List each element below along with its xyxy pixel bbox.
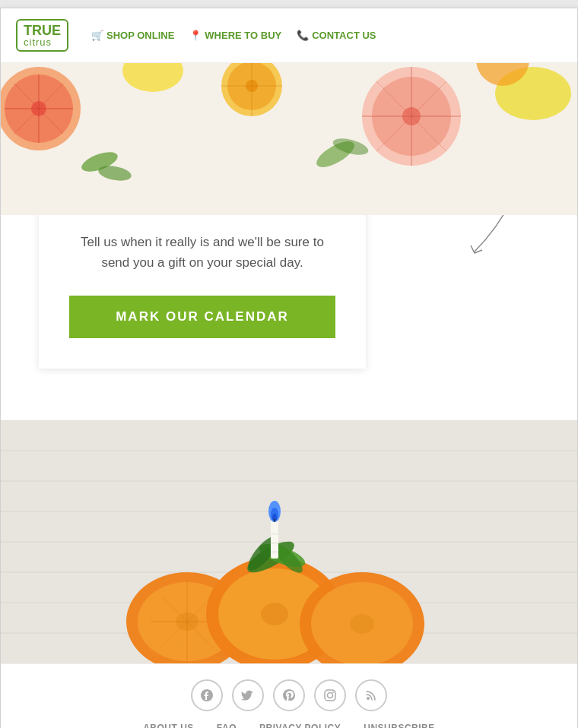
- svg-point-63: [332, 692, 334, 693]
- instagram-link[interactable]: [314, 679, 346, 711]
- citrus-bg: [1, 63, 577, 215]
- privacy-policy-link[interactable]: PRIVACY POLICY: [259, 723, 341, 728]
- svg-rect-56: [271, 551, 278, 553]
- nav-shop-online-label: SHOP ONLINE: [106, 30, 174, 41]
- nav-shop-online[interactable]: 🛒 SHOP ONLINE: [91, 30, 174, 41]
- facebook-link[interactable]: [191, 679, 223, 711]
- svg-rect-0: [1, 63, 577, 215]
- nav-contact-us-label: CONTACT US: [312, 30, 376, 41]
- logo-box: TRUE citrus: [16, 19, 68, 52]
- pin-icon: 📍: [189, 30, 202, 41]
- svg-point-64: [367, 697, 370, 700]
- birthday-subtitle: Tell us when it really is and we'll be s…: [69, 232, 335, 273]
- nav-contact-us[interactable]: 📞 CONTACT US: [297, 30, 376, 41]
- twitter-link[interactable]: [232, 679, 264, 711]
- logo-citrus: citrus: [24, 37, 61, 47]
- logo-true: TRUE: [24, 24, 61, 37]
- svg-rect-55: [271, 542, 278, 544]
- mark-calendar-button[interactable]: MARK OUR CALENDAR: [69, 296, 335, 338]
- header: TRUE citrus 🛒 SHOP ONLINE 📍 WHERE TO BUY…: [1, 8, 577, 63]
- unsubscribe-link[interactable]: UNSUBSCRIBE: [364, 723, 435, 728]
- logo-area: TRUE citrus: [16, 19, 68, 52]
- phone-icon: 📞: [297, 30, 309, 41]
- about-us-link[interactable]: ABOUT US: [143, 723, 194, 728]
- footer-links: ABOUT US FAQ PRIVACY POLICY UNSUBSCRIBE: [1, 723, 577, 728]
- nav-where-to-buy[interactable]: 📍 WHERE TO BUY: [189, 30, 281, 41]
- svg-rect-54: [271, 533, 278, 535]
- faq-link[interactable]: FAQ: [217, 723, 237, 728]
- footer: ABOUT US FAQ PRIVACY POLICY UNSUBSCRIBE …: [1, 663, 577, 728]
- svg-rect-61: [325, 690, 335, 701]
- nav-links: 🛒 SHOP ONLINE 📍 WHERE TO BUY 📞 CONTACT U…: [91, 30, 376, 41]
- oranges-area: [1, 420, 577, 663]
- pinterest-link[interactable]: [273, 679, 305, 711]
- svg-point-62: [328, 693, 333, 698]
- svg-point-45: [261, 603, 288, 625]
- svg-point-48: [350, 614, 374, 634]
- email-container: TRUE citrus 🛒 SHOP ONLINE 📍 WHERE TO BUY…: [0, 8, 578, 728]
- social-icons: [1, 679, 577, 711]
- cart-icon: 🛒: [91, 30, 103, 41]
- rss-link[interactable]: [355, 679, 387, 711]
- nav-where-to-buy-label: WHERE TO BUY: [205, 30, 281, 41]
- hero-section: Wait, it's not your birthday? Tell us wh…: [1, 63, 577, 663]
